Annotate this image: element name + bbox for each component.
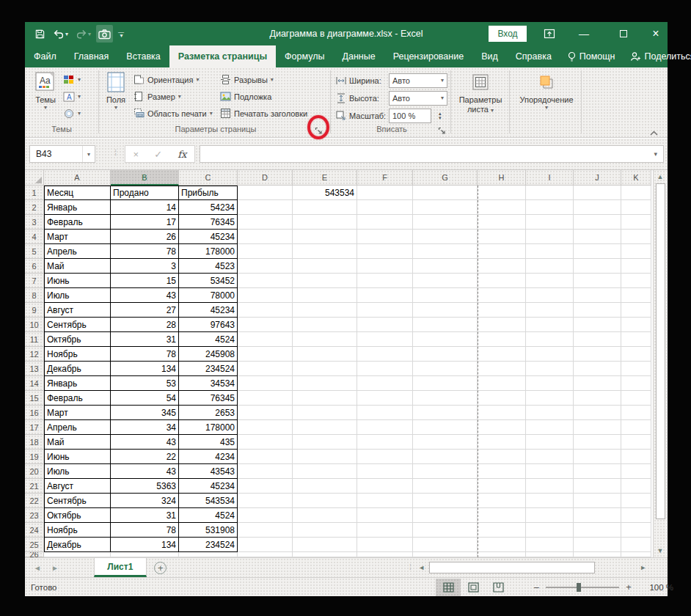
cell-A10[interactable]: Сентябрь <box>44 318 111 332</box>
orientation-button[interactable]: Ориентация▾ <box>134 72 213 87</box>
cell-E7[interactable] <box>293 274 357 288</box>
collapse-ribbon-icon[interactable] <box>649 126 659 139</box>
cell-I20[interactable] <box>526 464 574 479</box>
cell-J13[interactable] <box>574 362 621 376</box>
row-header-25[interactable]: 25 <box>25 538 44 552</box>
cell-G9[interactable] <box>413 303 478 318</box>
cell-F21[interactable] <box>357 479 413 494</box>
scroll-down-icon[interactable]: ▼ <box>654 544 667 557</box>
cell-A12[interactable]: Ноябрь <box>44 347 111 362</box>
cell-I11[interactable] <box>526 332 574 347</box>
cell-C13[interactable]: 234524 <box>179 362 238 376</box>
vertical-scroll-thumb[interactable] <box>656 183 665 519</box>
sign-in-button[interactable]: Вход <box>489 26 527 42</box>
share-button[interactable]: Поделиться <box>623 45 691 67</box>
tab-view[interactable]: Вид <box>472 45 507 67</box>
cancel-formula-icon[interactable]: × <box>134 149 139 160</box>
cell-G16[interactable] <box>413 406 478 420</box>
column-header-J[interactable]: J <box>574 170 621 186</box>
cell-I10[interactable] <box>526 318 574 332</box>
cell-E14[interactable] <box>293 376 357 391</box>
cell-A23[interactable]: Октябрь <box>44 508 111 523</box>
cell-D19[interactable] <box>238 450 293 464</box>
cell-H19[interactable] <box>478 450 526 464</box>
row-header-18[interactable]: 18 <box>25 435 44 450</box>
cell-J23[interactable] <box>574 508 621 523</box>
cell-I17[interactable] <box>526 420 574 435</box>
print-titles-button[interactable]: Печатать заголовки <box>220 106 307 121</box>
cell-A8[interactable]: Июль <box>44 288 111 303</box>
cell-H8[interactable] <box>478 288 526 303</box>
page-break-view-button[interactable] <box>486 579 511 596</box>
cell-K1[interactable] <box>621 186 651 200</box>
cell-F5[interactable] <box>357 244 413 259</box>
formula-input[interactable]: ▾ <box>200 145 664 163</box>
row-header-17[interactable]: 17 <box>25 420 44 435</box>
cell-G25[interactable] <box>413 538 478 552</box>
cell-D17[interactable] <box>238 420 293 435</box>
row-header-7[interactable]: 7 <box>25 274 44 288</box>
cell-D5[interactable] <box>238 244 293 259</box>
cell-D4[interactable] <box>238 230 293 244</box>
cell-J14[interactable] <box>574 376 621 391</box>
horizontal-scrollbar[interactable]: ⁞ ◄ ► <box>409 560 649 575</box>
cell-J4[interactable] <box>574 230 621 244</box>
cell-K11[interactable] <box>621 332 651 347</box>
cell-B14[interactable]: 53 <box>111 376 179 391</box>
cell-C1[interactable]: Прибыль <box>179 186 238 200</box>
cell-B7[interactable]: 15 <box>111 274 179 288</box>
cell-F13[interactable] <box>357 362 413 376</box>
cell-E11[interactable] <box>293 332 357 347</box>
cell-D11[interactable] <box>238 332 293 347</box>
column-header-E[interactable]: E <box>293 170 357 186</box>
cell-J12[interactable] <box>574 347 621 362</box>
cell-F6[interactable] <box>357 259 413 274</box>
row-header-1[interactable]: 1 <box>25 186 44 200</box>
cell-H7[interactable] <box>478 274 526 288</box>
cell-H25[interactable] <box>478 538 526 552</box>
row-header-22[interactable]: 22 <box>25 494 44 508</box>
column-header-A[interactable]: A <box>44 170 111 186</box>
cell-B5[interactable]: 78 <box>111 244 179 259</box>
cell-D15[interactable] <box>238 391 293 406</box>
cell-F10[interactable] <box>357 318 413 332</box>
cell-C12[interactable]: 245908 <box>179 347 238 362</box>
row-header-23[interactable]: 23 <box>25 508 44 523</box>
add-sheet-button[interactable]: + <box>147 558 175 577</box>
cell-F14[interactable] <box>357 376 413 391</box>
tab-page-layout[interactable]: Разметка страницы <box>169 45 276 67</box>
cell-E4[interactable] <box>293 230 357 244</box>
horizontal-scroll-thumb[interactable] <box>429 562 595 573</box>
margins-button[interactable]: Поля ▾ <box>103 70 129 111</box>
cell-D20[interactable] <box>238 464 293 479</box>
cell-G7[interactable] <box>413 274 478 288</box>
cell-K8[interactable] <box>621 288 651 303</box>
cell-B4[interactable]: 26 <box>111 230 179 244</box>
cell-G2[interactable] <box>413 200 478 215</box>
cell-C22[interactable]: 543534 <box>179 494 238 508</box>
cell-K19[interactable] <box>621 450 651 464</box>
cell-I8[interactable] <box>526 288 574 303</box>
row-header-12[interactable]: 12 <box>25 347 44 362</box>
cell-J8[interactable] <box>574 288 621 303</box>
cell-F17[interactable] <box>357 420 413 435</box>
cell-G24[interactable] <box>413 523 478 538</box>
cell-H11[interactable] <box>478 332 526 347</box>
formula-bar-grip[interactable]: ⁞ <box>114 148 117 157</box>
cell-E22[interactable] <box>293 494 357 508</box>
cell-A19[interactable]: Июнь <box>44 450 111 464</box>
name-box[interactable]: B43 ▾ <box>29 145 95 163</box>
cell-C20[interactable]: 43543 <box>179 464 238 479</box>
zoom-out-button[interactable]: − <box>530 582 543 593</box>
tell-me-assistant[interactable]: Помощн <box>560 45 623 67</box>
cell-A22[interactable]: Сентябрь <box>44 494 111 508</box>
cell-C3[interactable]: 76345 <box>179 215 238 230</box>
cell-H16[interactable] <box>478 406 526 420</box>
cell-A14[interactable]: Январь <box>44 376 111 391</box>
cell-J10[interactable] <box>574 318 621 332</box>
cell-A15[interactable]: Февраль <box>44 391 111 406</box>
next-sheet-icon[interactable]: ► <box>51 564 59 572</box>
cell-H14[interactable] <box>478 376 526 391</box>
cell-A24[interactable]: Ноябрь <box>44 523 111 538</box>
cell-B15[interactable]: 54 <box>111 391 179 406</box>
